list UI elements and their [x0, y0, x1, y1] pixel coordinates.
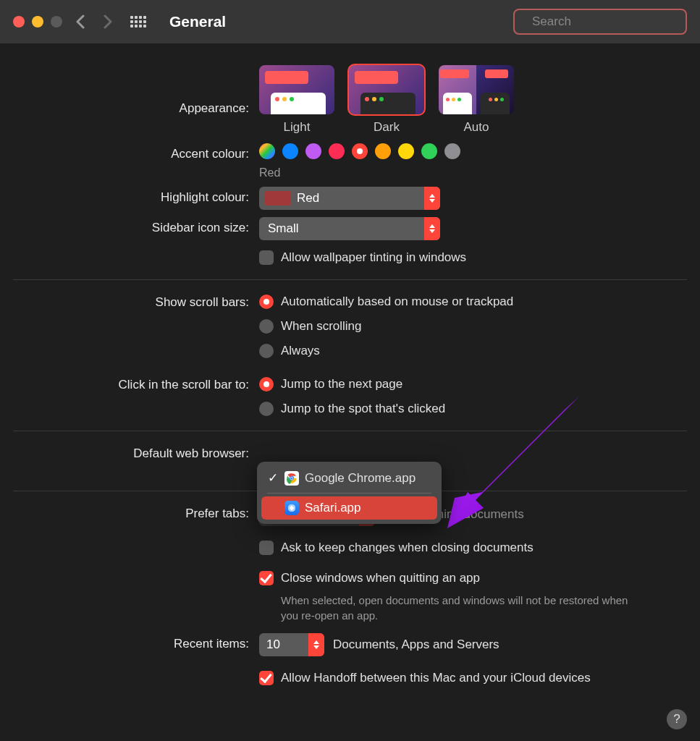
appearance-label: Appearance: — [13, 65, 259, 116]
titlebar: General — [0, 0, 700, 43]
show-all-button[interactable] — [130, 13, 148, 30]
appearance-dark-label: Dark — [374, 120, 400, 135]
forward-button[interactable] — [98, 14, 117, 29]
menu-separator — [267, 493, 431, 494]
accent-color-3[interactable] — [329, 143, 345, 159]
accent-selected-label: Red — [259, 166, 687, 179]
prefer-tabs-label: Prefer tabs: — [13, 503, 259, 521]
accent-color-1[interactable] — [282, 143, 298, 159]
scrollbars-radio-2[interactable] — [259, 344, 274, 358]
minimize-button[interactable] — [32, 16, 43, 27]
search-field-container[interactable] — [513, 9, 687, 35]
svg-point-6 — [290, 477, 292, 479]
sidebar-icon-select[interactable]: Small — [259, 217, 440, 240]
stepper-icon — [424, 217, 440, 240]
click-scroll-radio-1[interactable] — [259, 402, 274, 416]
recent-items-value: 10 — [259, 638, 308, 652]
recent-items-label: Recent items: — [13, 633, 259, 651]
accent-color-2[interactable] — [305, 143, 321, 159]
highlight-value: Red — [297, 191, 424, 206]
browser-menu-item-chrome[interactable]: ✓ Google Chrome.app — [261, 466, 437, 490]
appearance-light[interactable] — [259, 65, 334, 114]
appearance-auto-label: Auto — [464, 120, 489, 135]
highlight-label: Highlight colour: — [13, 187, 259, 205]
back-button[interactable] — [71, 14, 90, 29]
accent-color-4[interactable] — [352, 143, 368, 159]
scrollbars-label: Show scroll bars: — [13, 292, 259, 310]
default-browser-label: Default web browser: — [13, 443, 259, 461]
accent-color-7[interactable] — [421, 143, 437, 159]
safari-icon — [284, 501, 299, 515]
help-button[interactable]: ? — [667, 709, 687, 729]
browser-menu-item-label: Safari.app — [305, 501, 361, 515]
browser-popup-menu[interactable]: ✓ Google Chrome.app Safari.app — [257, 462, 442, 524]
click-scroll-option-label: Jump to the spot that's clicked — [281, 402, 445, 416]
click-scroll-radio-0[interactable] — [259, 377, 274, 391]
appearance-auto[interactable] — [439, 65, 514, 114]
handoff-label: Allow Handoff between this Mac and your … — [281, 671, 591, 685]
scrollbars-radio-0[interactable] — [259, 295, 274, 309]
scrollbars-option-label: Always — [281, 344, 320, 358]
sidebar-icon-label: Sidebar icon size: — [13, 217, 259, 235]
stepper-icon — [424, 187, 440, 210]
accent-color-picker — [259, 143, 687, 159]
stepper-icon — [308, 633, 324, 656]
recent-items-suffix: Documents, Apps and Servers — [333, 638, 499, 652]
handoff-checkbox[interactable] — [259, 671, 274, 685]
fullscreen-button[interactable] — [51, 16, 62, 27]
accent-color-0[interactable] — [259, 143, 275, 159]
scrollbars-option-label: When scrolling — [281, 319, 362, 334]
ask-keep-changes-label: Ask to keep changes when closing documen… — [281, 541, 534, 555]
appearance-light-label: Light — [284, 120, 311, 135]
recent-items-select[interactable]: 10 — [259, 633, 324, 656]
accent-color-5[interactable] — [375, 143, 391, 159]
close-button[interactable] — [13, 16, 25, 27]
content-area: Appearance: Light Dark — [0, 43, 700, 688]
scrollbars-radio-1[interactable] — [259, 319, 274, 334]
click-scroll-option-label: Jump to the next page — [281, 377, 402, 391]
ask-keep-changes-checkbox[interactable] — [259, 541, 274, 555]
checkmark-icon: ✓ — [267, 470, 279, 486]
close-windows-label: Close windows when quitting an app — [281, 571, 480, 585]
close-windows-hint: When selected, open documents and window… — [281, 593, 628, 623]
click-scroll-label: Click in the scroll bar to: — [13, 374, 259, 392]
chrome-icon — [284, 471, 299, 486]
search-input[interactable] — [532, 14, 686, 29]
wallpaper-tinting-label: Allow wallpaper tinting in windows — [281, 250, 466, 265]
browser-menu-item-safari[interactable]: Safari.app — [261, 496, 437, 520]
divider — [13, 279, 687, 280]
highlight-color-select[interactable]: Red — [259, 187, 440, 210]
divider — [13, 431, 687, 431]
accent-color-8[interactable] — [444, 143, 460, 159]
sidebar-icon-value: Small — [259, 221, 424, 236]
window-controls — [13, 16, 62, 27]
wallpaper-tinting-checkbox[interactable] — [259, 250, 274, 265]
appearance-dark[interactable] — [349, 65, 424, 114]
accent-color-6[interactable] — [398, 143, 414, 159]
scrollbars-option-label: Automatically based on mouse or trackpad — [281, 295, 513, 309]
browser-menu-item-label: Google Chrome.app — [305, 471, 416, 486]
highlight-swatch — [265, 191, 291, 206]
accent-label: Accent colour: — [13, 143, 259, 161]
window-title: General — [169, 13, 226, 30]
close-windows-checkbox[interactable] — [259, 571, 274, 585]
